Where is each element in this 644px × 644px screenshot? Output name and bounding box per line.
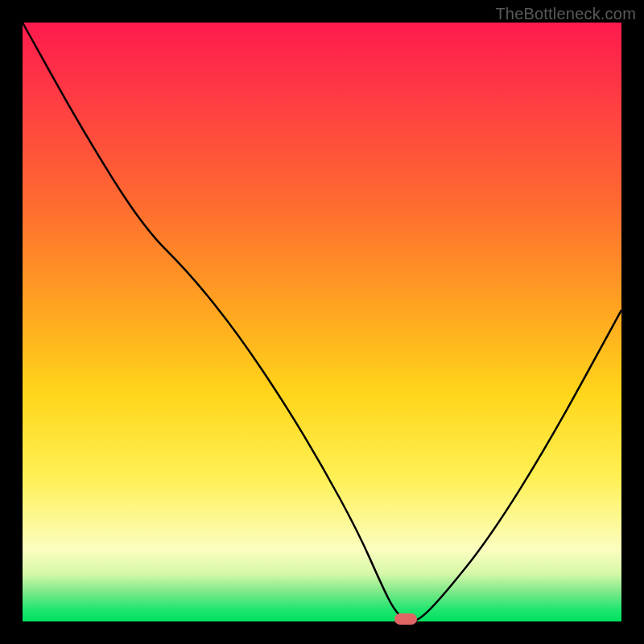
watermark-text: TheBottleneck.com [495, 5, 636, 23]
plot-area [23, 23, 621, 621]
chart-frame: TheBottleneck.com [0, 0, 644, 644]
bottleneck-curve [23, 23, 621, 621]
curve-svg [23, 23, 621, 621]
optimal-marker [394, 613, 417, 625]
